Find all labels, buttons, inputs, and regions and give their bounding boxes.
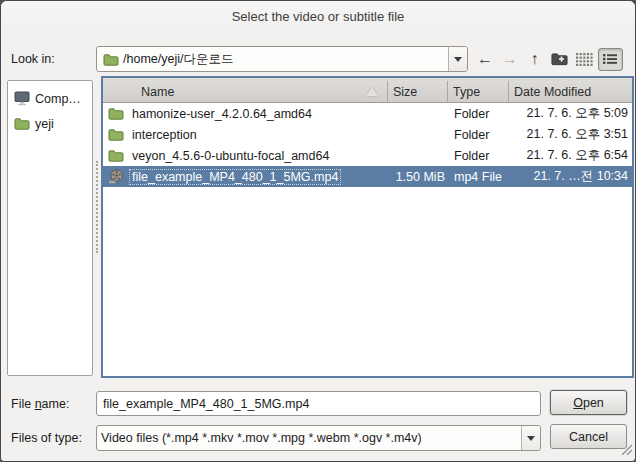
file-type-cell: mp4 File: [448, 170, 509, 184]
sort-ascending-icon: [366, 87, 378, 96]
folder-icon: [107, 106, 124, 121]
navigation-toolbar: ← → ↑: [474, 46, 623, 72]
file-date-cell: 21. 7. 6. 오후 6:54: [509, 147, 632, 164]
list-view-icon: [602, 52, 619, 67]
chevron-down-icon: [454, 57, 462, 66]
look-in-row: Look in: /home/yeji/다운로드 ← → ↑: [11, 46, 627, 72]
sidebar-item-yeji[interactable]: yeji: [8, 111, 92, 136]
file-type-cell: Folder: [448, 107, 509, 121]
chevron-down-icon: [527, 436, 535, 445]
folder-icon: [107, 127, 124, 142]
column-header-name[interactable]: Name: [103, 81, 388, 102]
column-header-type[interactable]: Type: [448, 81, 509, 102]
up-arrow-icon: ↑: [531, 51, 539, 67]
dialog-title: Select the video or subtitle file: [232, 9, 405, 24]
table-row[interactable]: interception Folder 21. 7. 6. 오후 3:51: [103, 124, 632, 145]
sidebar-item-label: Comp…: [35, 92, 81, 106]
column-header-size[interactable]: Size: [388, 81, 448, 102]
cancel-button[interactable]: Cancel: [550, 424, 627, 449]
file-type-dropdown-button[interactable]: [521, 426, 540, 450]
file-list-view[interactable]: Name Size Type Date Modified hamonize-us…: [101, 76, 634, 378]
forward-arrow-icon: →: [502, 51, 518, 67]
file-type-cell: Folder: [448, 149, 509, 163]
file-name-input[interactable]: [96, 391, 541, 416]
file-date-cell: 21. 7. 6. 오후 3:51: [509, 126, 632, 143]
forward-button[interactable]: →: [499, 48, 521, 71]
file-name-cell: hamonize-user_4.2.0.64_amd64: [129, 106, 315, 122]
sidebar-item-computer[interactable]: Comp…: [8, 86, 92, 111]
table-row[interactable]: hamonize-user_4.2.0.64_amd64 Folder 21. …: [103, 103, 632, 124]
table-row-selected[interactable]: file_example_MP4_480_1_5MG.mp4 1.50 MiB …: [103, 166, 632, 187]
file-select-dialog: Select the video or subtitle file Look i…: [0, 0, 636, 462]
look-in-dropdown-button[interactable]: [448, 47, 467, 71]
file-type-value: Video files (*.mp4 *.mkv *.mov *.mpg *.w…: [97, 431, 521, 445]
computer-icon: [13, 91, 30, 106]
file-date-cell: 21. 7. 6. 오후 5:09: [509, 105, 632, 122]
resize-grip[interactable]: [619, 442, 632, 458]
titlebar[interactable]: Select the video or subtitle file: [1, 1, 635, 31]
file-name-cell: interception: [129, 127, 200, 143]
files-of-type-row: Files of type: Video files (*.mp4 *.mkv …: [11, 425, 541, 451]
file-type-combobox[interactable]: Video files (*.mp4 *.mkv *.mov *.mpg *.w…: [96, 425, 541, 451]
sidebar-item-label: yeji: [35, 117, 54, 131]
new-folder-icon: [551, 52, 568, 67]
folder-icon: [102, 52, 119, 67]
places-sidebar: Comp… yeji: [7, 80, 93, 376]
create-new-folder-button[interactable]: [548, 48, 570, 71]
file-name-label: File name:: [11, 397, 96, 411]
table-row[interactable]: veyon_4.5.6-0-ubuntu-focal_amd64 Folder …: [103, 145, 632, 166]
video-file-icon: [107, 169, 124, 184]
back-button[interactable]: ←: [474, 48, 496, 71]
file-date-cell: 21. 7. …전 10:34: [509, 168, 632, 185]
parent-directory-button[interactable]: ↑: [524, 48, 546, 71]
icon-view-button[interactable]: [573, 48, 595, 71]
files-of-type-label: Files of type:: [11, 431, 96, 445]
sidebar-splitter-handle[interactable]: [96, 161, 98, 253]
file-size-cell: 1.50 MiB: [388, 170, 448, 184]
file-name-cell: file_example_MP4_480_1_5MG.mp4: [129, 169, 341, 185]
look-in-label: Look in:: [11, 52, 55, 66]
folder-icon: [107, 148, 124, 163]
column-header-date-modified[interactable]: Date Modified: [509, 81, 632, 102]
icon-view-icon: [576, 52, 593, 67]
folder-icon: [13, 116, 30, 131]
detail-view-button[interactable]: [598, 48, 623, 71]
table-header: Name Size Type Date Modified: [103, 78, 632, 103]
look-in-combobox[interactable]: /home/yeji/다운로드: [96, 46, 468, 72]
file-type-cell: Folder: [448, 128, 509, 142]
file-name-cell: veyon_4.5.6-0-ubuntu-focal_amd64: [129, 148, 332, 164]
file-name-row: File name:: [11, 391, 541, 416]
open-button[interactable]: Open: [550, 390, 627, 415]
look-in-path: /home/yeji/다운로드: [119, 51, 448, 68]
back-arrow-icon: ←: [477, 51, 493, 67]
